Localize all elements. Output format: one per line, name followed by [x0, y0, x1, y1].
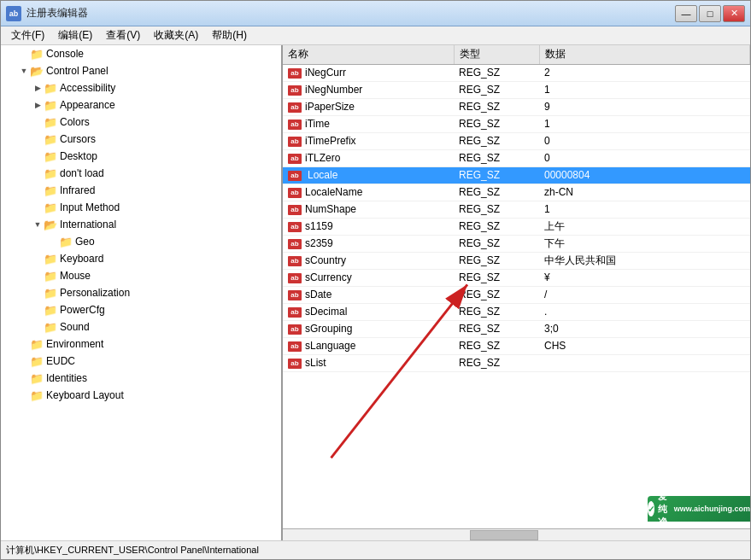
table-row[interactable]: absCurrencyREG_SZ¥	[283, 269, 750, 286]
menu-view[interactable]: 查看(V)	[99, 26, 147, 44]
menu-bar: 文件(F) 编辑(E) 查看(V) 收藏夹(A) 帮助(H)	[1, 26, 750, 45]
table-row[interactable]: abLocaleREG_SZ00000804	[283, 166, 750, 184]
reg-icon: ab	[288, 307, 302, 318]
cell-name: abs1159	[283, 218, 454, 235]
tree-item-identities[interactable]: 📁 Identities	[1, 370, 281, 387]
tree-item-appearance[interactable]: ▶ 📁 Appearance	[1, 96, 281, 114]
table-row[interactable]: abNumShapeREG_SZ1	[283, 201, 750, 218]
table-row[interactable]: absLanguageREG_SZCHS	[283, 337, 750, 354]
cell-name: absList	[283, 354, 454, 371]
maximize-button[interactable]: □	[699, 5, 721, 22]
folder-icon: 📁	[44, 304, 57, 316]
tree-item-accessibility[interactable]: ▶ 📁 Accessibility	[1, 79, 281, 96]
cell-type: REG_SZ	[454, 286, 539, 303]
expand-icon	[32, 184, 44, 196]
table-row[interactable]: abiTLZeroREG_SZ0	[283, 149, 750, 166]
tree-item-mouse[interactable]: 📁 Mouse	[1, 267, 281, 284]
tree-label: Sound	[60, 321, 90, 333]
tree-item-colors[interactable]: 📁 Colors	[1, 114, 281, 131]
tree-item-keyboard[interactable]: 📁 Keyboard	[1, 250, 281, 267]
cell-data: 9	[539, 98, 750, 115]
cell-name: abLocale	[283, 166, 454, 184]
folder-icon: 📁	[30, 355, 44, 367]
scrollbar-track[interactable]	[283, 529, 750, 541]
horizontal-scrollbar[interactable]	[283, 528, 750, 540]
menu-help[interactable]: 帮助(H)	[205, 26, 254, 44]
menu-file[interactable]: 文件(F)	[4, 26, 51, 44]
tree-item-keyboardlayout[interactable]: 📁 Keyboard Layout	[1, 387, 281, 404]
tree-item-controlpanel[interactable]: ▼ 📂 Control Panel	[1, 62, 281, 79]
reg-icon: ab	[288, 137, 302, 147]
tree-item-geo[interactable]: 📁 Geo	[1, 233, 281, 250]
tree-label: Input Method	[60, 201, 120, 213]
expand-icon: ▼	[18, 65, 30, 77]
tree-item-powercfg[interactable]: 📁 PowerCfg	[1, 301, 281, 318]
tree-item-desktop[interactable]: 📁 Desktop	[1, 148, 281, 165]
tree-label: Environment	[46, 338, 103, 350]
menu-favorites[interactable]: 收藏夹(A)	[147, 26, 205, 44]
table-row[interactable]: abiNegCurrREG_SZ2	[283, 64, 750, 81]
table-row[interactable]: abs2359REG_SZ下午	[283, 235, 750, 252]
tree-label: Cursors	[60, 133, 96, 145]
folder-open-icon: 📂	[44, 219, 57, 230]
cell-name: abLocaleName	[283, 184, 454, 201]
tree-item-personalization[interactable]: 📁 Personalization	[1, 284, 281, 301]
cell-type: REG_SZ	[454, 337, 539, 354]
tree-item-console[interactable]: 📁 Console	[1, 45, 281, 62]
tree-item-sound[interactable]: 📁 Sound	[1, 318, 281, 335]
cell-type: REG_SZ	[454, 354, 539, 371]
tree-item-environment[interactable]: 📁 Environment	[1, 335, 281, 353]
folder-icon: 📁	[44, 133, 57, 145]
tree-item-infrared[interactable]: 📁 Infrared	[1, 182, 281, 199]
cell-type: REG_SZ	[454, 252, 539, 269]
cell-data: CHS	[539, 337, 750, 354]
table-row[interactable]: absDateREG_SZ/	[283, 286, 750, 303]
folder-icon: 📁	[59, 236, 73, 248]
watermark-icon: ✓	[648, 501, 654, 516]
cell-name: abiNegCurr	[283, 64, 454, 81]
folder-icon: 📁	[44, 270, 57, 282]
cell-data: 中华人民共和国	[539, 252, 750, 269]
reg-icon: ab	[288, 154, 302, 164]
table-row[interactable]: abiPaperSizeREG_SZ9	[283, 98, 750, 115]
cell-name: abiTime	[283, 115, 454, 132]
tree-item-dontload[interactable]: 📁 don't load	[1, 165, 281, 182]
tree-label: Keyboard	[60, 253, 103, 265]
table-row[interactable]: abiNegNumberREG_SZ1	[283, 81, 750, 98]
folder-icon: 📁	[44, 253, 57, 265]
tree-item-cursors[interactable]: 📁 Cursors	[1, 131, 281, 148]
minimize-button[interactable]: —	[675, 5, 697, 22]
cell-name: abNumShape	[283, 201, 454, 218]
table-row[interactable]: absDecimalREG_SZ.	[283, 303, 750, 320]
cell-data: .	[539, 303, 750, 320]
cell-data: 上午	[539, 218, 750, 235]
tree-item-eudc[interactable]: 📁 EUDC	[1, 353, 281, 370]
reg-icon: ab	[288, 290, 302, 300]
folder-icon: 📁	[30, 338, 44, 350]
cell-type: REG_SZ	[454, 64, 539, 81]
expand-icon	[32, 253, 44, 265]
table-row[interactable]: abiTimeREG_SZ1	[283, 115, 750, 132]
title-bar: ab 注册表编辑器 — □ ✕	[1, 1, 750, 26]
tree-item-international[interactable]: ▼ 📂 International	[1, 216, 281, 233]
window-controls: — □ ✕	[675, 5, 745, 22]
folder-icon: 📁	[30, 372, 44, 384]
close-button[interactable]: ✕	[723, 5, 745, 22]
tree-item-inputmethod[interactable]: 📁 Input Method	[1, 199, 281, 216]
tree-label: Accessibility	[60, 82, 115, 94]
reg-icon: ab	[288, 273, 302, 283]
tree-pane[interactable]: 📁 Console ▼ 📂 Control Panel ▶ 📁 Accessib…	[1, 45, 283, 540]
expand-icon	[32, 201, 44, 213]
scrollbar-thumb[interactable]	[470, 530, 538, 540]
menu-edit[interactable]: 编辑(E)	[51, 26, 99, 44]
table-row[interactable]: abLocaleNameREG_SZzh-CN	[283, 184, 750, 201]
table-row[interactable]: absListREG_SZ	[283, 354, 750, 371]
cell-name: absDate	[283, 286, 454, 303]
table-row[interactable]: absCountryREG_SZ中华人民共和国	[283, 252, 750, 269]
table-row[interactable]: abiTimePrefixREG_SZ0	[283, 132, 750, 149]
registry-table[interactable]: 名称 类型 数据 abiNegCurrREG_SZ2abiNegNumberRE…	[283, 45, 750, 528]
table-row[interactable]: absGroupingREG_SZ3;0	[283, 320, 750, 337]
table-row[interactable]: abs1159REG_SZ上午	[283, 218, 750, 235]
reg-icon: ab	[288, 324, 302, 335]
expand-icon	[32, 116, 44, 128]
